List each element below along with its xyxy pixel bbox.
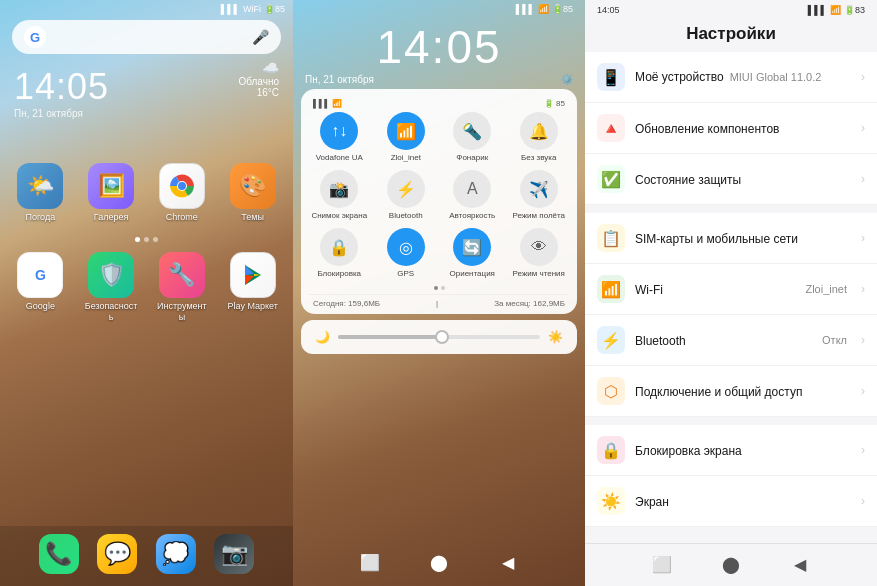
quick-tile-airplane-icon: ✈️	[520, 170, 558, 208]
shade-gear-button[interactable]: ⚙️	[561, 74, 573, 85]
settings-item-wifi[interactable]: 📶 Wi-Fi Zloi_inet ›	[585, 264, 877, 315]
app-chrome[interactable]: Chrome	[152, 163, 213, 223]
settings-update-text: Обновление компонентов	[635, 119, 851, 137]
quick-tile-screenshot[interactable]: 📸 Снимок экрана	[309, 170, 370, 220]
quick-tile-gps[interactable]: ◎ GPS	[376, 228, 437, 278]
settings-nav-back[interactable]: ◀	[788, 552, 812, 576]
settings-display-chevron: ›	[861, 494, 865, 508]
quick-tiles-row3: 🔒 Блокировка ◎ GPS 🔄 Ориентация 👁 Режим …	[309, 228, 569, 278]
app-gallery-label: Галерея	[94, 212, 129, 223]
settings-connection-label: Подключение и общий доступ	[635, 385, 802, 399]
quick-tile-bluetooth[interactable]: ⚡ Bluetooth	[376, 170, 437, 220]
settings-device-icon: 📱	[597, 63, 625, 91]
settings-time: 14:05	[597, 5, 620, 15]
quick-tile-airplane-label: Режим полёта	[512, 211, 565, 220]
mic-icon[interactable]: 🎤	[251, 28, 269, 46]
settings-title: Настройки	[585, 18, 877, 52]
settings-bluetooth-chevron: ›	[861, 333, 865, 347]
brightness-track[interactable]	[338, 335, 540, 339]
settings-item-bluetooth[interactable]: ⚡ Bluetooth Откл ›	[585, 315, 877, 366]
shade-date-line: Пн, 21 октября ⚙️	[293, 74, 585, 85]
shade-brightness-control[interactable]: 🌙 ☀️	[301, 320, 577, 354]
settings-lockscreen-label: Блокировка экрана	[635, 444, 742, 458]
quick-tile-data[interactable]: ↑↓ Vodafone UA	[309, 112, 370, 162]
home-search-bar[interactable]: G 🎤	[12, 20, 281, 54]
shade-nav-home[interactable]: ⬤	[427, 550, 451, 574]
settings-item-update[interactable]: 🔺 Обновление компонентов ›	[585, 103, 877, 154]
quick-tile-airplane[interactable]: ✈️ Режим полёта	[509, 170, 570, 220]
settings-wifi-value: Zloi_inet	[805, 283, 847, 295]
dock-phone-icon: 📞	[39, 534, 79, 574]
settings-nav-home[interactable]: ⬤	[719, 552, 743, 576]
settings-item-connection[interactable]: ⬡ Подключение и общий доступ ›	[585, 366, 877, 417]
quick-tile-screenshot-icon: 📸	[320, 170, 358, 208]
settings-update-icon: 🔺	[597, 114, 625, 142]
app-themes[interactable]: 🎨 Темы	[222, 163, 283, 223]
settings-update-label: Обновление компонентов	[635, 122, 779, 136]
quick-tile-autobrightness-icon: A	[453, 170, 491, 208]
app-playstore[interactable]: Play Маркет	[222, 252, 283, 323]
quick-tile-rotate[interactable]: 🔄 Ориентация	[442, 228, 503, 278]
settings-sim-icon: 📋	[597, 224, 625, 252]
quick-tile-silent[interactable]: 🔔 Без звука	[509, 112, 570, 162]
settings-signal: ▌▌▌	[808, 5, 827, 15]
settings-item-sim[interactable]: 📋 SIM-карты и мобильные сети ›	[585, 213, 877, 264]
shade-nav-square[interactable]: ⬜	[358, 550, 382, 574]
app-security[interactable]: 🛡️ Безопасность	[81, 252, 142, 323]
quick-tile-autobrightness[interactable]: A Автояркость	[442, 170, 503, 220]
home-battery-icon: 🔋85	[264, 4, 285, 14]
home-page-dots	[0, 237, 293, 242]
app-playstore-label: Play Маркет	[227, 301, 277, 312]
quick-tile-rotate-icon: 🔄	[453, 228, 491, 266]
settings-bluetooth-icon: ⚡	[597, 326, 625, 354]
app-tools[interactable]: 🔧 Инструменты	[152, 252, 213, 323]
google-logo: G	[24, 26, 46, 48]
shade-quick-panel: ▌▌▌ 📶 🔋 85 ↑↓ Vodafone UA 📶 Zloi_inet 🔦 …	[301, 89, 577, 314]
settings-device-text: Моё устройство MIUI Global 11.0.2	[635, 70, 851, 84]
app-weather[interactable]: 🌤️ Погода	[10, 163, 71, 223]
settings-wifi-icon: 📶	[597, 275, 625, 303]
settings-item-device[interactable]: 📱 Моё устройство MIUI Global 11.0.2 ›	[585, 52, 877, 103]
quick-tile-lock-icon: 🔒	[320, 228, 358, 266]
app-gallery[interactable]: 🖼️ Галерея	[81, 163, 142, 223]
app-themes-icon: 🎨	[230, 163, 276, 209]
settings-list: 📱 Моё устройство MIUI Global 11.0.2 › 🔺 …	[585, 52, 877, 543]
dock-messages[interactable]: 💬	[97, 534, 137, 574]
shade-data-month: За месяц: 162,9МБ	[494, 299, 565, 308]
quick-tile-torch[interactable]: 🔦 Фонарик	[442, 112, 503, 162]
dock-camera-icon: 📷	[214, 534, 254, 574]
app-google-icon: G	[17, 252, 63, 298]
dock-chat[interactable]: 💭	[156, 534, 196, 574]
settings-item-display[interactable]: ☀️ Экран ›	[585, 476, 877, 527]
shade-brightness-low-icon: 🌙	[315, 330, 330, 344]
shade-status-left: ▌▌▌ 📶	[313, 99, 342, 108]
settings-display-label: Экран	[635, 495, 669, 509]
settings-display-icon: ☀️	[597, 487, 625, 515]
settings-lockscreen-text: Блокировка экрана	[635, 441, 851, 459]
settings-sim-chevron: ›	[861, 231, 865, 245]
settings-device-value: MIUI Global 11.0.2	[730, 71, 822, 83]
quick-tile-reading-label: Режим чтения	[513, 269, 565, 278]
settings-item-security[interactable]: ✅ Состояние защиты ›	[585, 154, 877, 205]
home-wifi-icon: WiFi	[243, 4, 261, 14]
settings-nav-square[interactable]: ⬜	[650, 552, 674, 576]
dot-3	[153, 237, 158, 242]
settings-security-label: Состояние защиты	[635, 173, 741, 187]
settings-security-text: Состояние защиты	[635, 170, 851, 188]
settings-divider-2	[585, 417, 877, 425]
dock-phone[interactable]: 📞	[39, 534, 79, 574]
dock-camera[interactable]: 📷	[214, 534, 254, 574]
notification-shade: ▌▌▌ 📶 🔋85 14:05 Пн, 21 октября ⚙️ ▌▌▌ 📶 …	[293, 0, 585, 586]
quick-tile-reading[interactable]: 👁 Режим чтения	[509, 228, 570, 278]
app-google[interactable]: G Google	[10, 252, 71, 323]
quick-tile-wifi[interactable]: 📶 Zloi_inet	[376, 112, 437, 162]
shade-status-right: 🔋 85	[544, 99, 565, 108]
quick-tile-lock[interactable]: 🔒 Блокировка	[309, 228, 370, 278]
quick-tile-screenshot-label: Снимок экрана	[311, 211, 367, 220]
shade-nav-back[interactable]: ◀	[496, 550, 520, 574]
settings-wifi: 📶	[830, 5, 841, 15]
shade-brightness-high-icon: ☀️	[548, 330, 563, 344]
shade-nav-bar: ⬜ ⬤ ◀	[293, 542, 585, 586]
app-weather-label: Погода	[26, 212, 56, 223]
settings-item-lockscreen[interactable]: 🔒 Блокировка экрана ›	[585, 425, 877, 476]
